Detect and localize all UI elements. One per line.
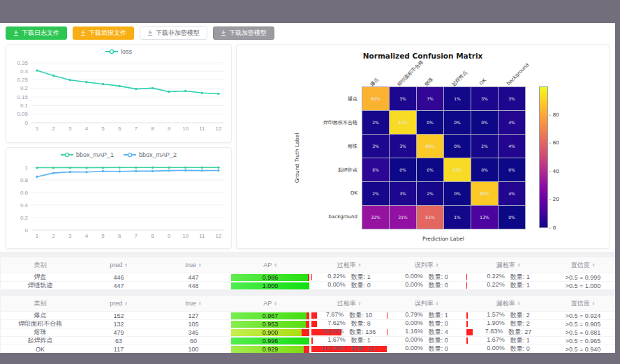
column-header-label: 漏检率 (496, 261, 515, 270)
rate-cell: 7.62%数量: 8 (311, 320, 387, 328)
matrix-cell: 83% (362, 87, 389, 110)
column-header[interactable]: 漏检率▲▼ (466, 296, 550, 311)
confidence-cell: >0.5 = 0.965 (550, 337, 615, 344)
rate-cell: 0.00%数量: 0 (387, 282, 466, 289)
rate-count: 数量: 1 (351, 337, 371, 344)
sort-icon[interactable]: ▲▼ (517, 301, 521, 305)
rate-pct: 0.00% (487, 345, 505, 353)
legend-item-bbox_mAP_1[interactable]: bbox_mAP_1 (61, 151, 114, 158)
confusion-matrix-figure: Normalized Confusion Matrix 83%3%7%1%3%3… (237, 45, 609, 248)
pred-cell: 479 (80, 328, 158, 336)
column-header-label: 过检率 (337, 299, 356, 308)
matrix-cell: 2% (471, 135, 498, 158)
matrix-col-label: background (505, 62, 530, 86)
matrix-cell: 0% (471, 111, 498, 134)
column-header[interactable]: true▲▼ (158, 257, 229, 273)
column-header[interactable]: 置信度▲▼ (550, 296, 615, 311)
true-cell: 447 (158, 273, 229, 281)
svg-text:0.4: 0.4 (20, 202, 29, 208)
sort-icon[interactable]: ▲▼ (274, 263, 277, 267)
column-header[interactable]: true▲▼ (158, 296, 229, 311)
column-header[interactable]: AP▲▼ (229, 296, 311, 311)
download-button-2[interactable]: 下载简报文件 (73, 26, 134, 40)
column-header[interactable]: 误判率▲▼ (387, 296, 466, 311)
table-header-row: 类别 pred▲▼ true▲▼ AP▲▼ 过检率▲▼ 误判率▲▼ 漏检率▲▼ … (1, 257, 614, 273)
download-button-4[interactable]: 下载加密模型 (213, 26, 274, 40)
svg-text:7: 7 (135, 126, 138, 132)
sort-icon[interactable]: ▲▼ (592, 301, 596, 305)
svg-text:0: 0 (25, 227, 29, 234)
rate-cell: 0.79%数量: 1 (387, 312, 466, 319)
rate-bar (466, 329, 473, 335)
sort-icon[interactable]: ▲▼ (436, 263, 439, 267)
legend-marker-icon (105, 49, 118, 54)
true-cell: 448 (158, 282, 229, 289)
column-header[interactable]: 置信度▲▼ (550, 257, 615, 273)
colorbar-tick: 20 (549, 197, 559, 202)
rate-count: 数量: 8 (351, 320, 371, 328)
rate-count: 数量: 1 (510, 273, 530, 281)
matrix-row-label: 焊印面积不合格 (296, 119, 357, 126)
legend-item-loss[interactable]: loss (105, 48, 132, 55)
svg-text:6: 6 (118, 233, 121, 239)
sort-icon[interactable]: ▲▼ (358, 301, 362, 305)
download-button-1[interactable]: 下载日志文件 (6, 26, 67, 40)
sort-icon[interactable]: ▲▼ (436, 301, 439, 305)
download-button-3[interactable]: 下载非加密模型 (140, 26, 207, 40)
true-cell: 345 (158, 328, 229, 336)
download-toolbar: 下载日志文件下载简报文件下载非加密模型下载加密模型 (0, 23, 615, 43)
sort-icon[interactable]: ▲▼ (517, 263, 521, 267)
matrix-cell: 61% (417, 206, 443, 229)
matrix-cell: 0% (444, 135, 471, 158)
svg-text:11: 11 (199, 126, 205, 132)
sort-icon[interactable]: ▲▼ (198, 263, 202, 267)
svg-text:6: 6 (118, 126, 121, 132)
column-header[interactable]: 过检率▲▼ (311, 296, 387, 311)
map-chart-legend: bbox_mAP_1 bbox_mAP_2 (6, 151, 231, 158)
matrix-cell: 31% (390, 206, 416, 229)
rate-pct: 0.00% (405, 282, 423, 289)
rate-count: 数量: 2 (510, 320, 530, 328)
matrix-cell: 4% (499, 111, 525, 134)
matrix-xaxis-label: Prediction Label (362, 236, 525, 242)
sort-icon[interactable]: ▲▼ (274, 301, 277, 305)
matrix-cell: 0% (499, 206, 525, 229)
class-name-cell: 爆点 (1, 312, 80, 319)
sort-icon[interactable]: ▲▼ (592, 263, 596, 267)
column-header-label: 类别 (34, 261, 47, 270)
sort-icon[interactable]: ▲▼ (124, 301, 128, 305)
column-header-label: AP (263, 300, 272, 307)
matrix-cell: 7% (417, 87, 443, 110)
rate-pct: 0.00% (405, 345, 423, 353)
matrix-cell: 0% (417, 111, 443, 134)
rate-count: 数量: 0 (510, 345, 530, 353)
column-header[interactable]: 误判率▲▼ (387, 257, 466, 273)
column-header[interactable]: 漏检率▲▼ (466, 257, 550, 273)
button-label: 下载简报文件 (89, 29, 126, 38)
svg-text:10: 10 (182, 126, 189, 132)
legend-marker-icon (124, 152, 136, 158)
ap-value: 0.986 (231, 274, 309, 281)
button-label: 下载加密模型 (229, 29, 267, 38)
sort-icon[interactable]: ▲▼ (198, 301, 202, 305)
column-header-label: AP (263, 261, 272, 268)
matrix-cell: 32% (362, 206, 389, 229)
sort-icon[interactable]: ▲▼ (358, 263, 362, 267)
rate-cell: 0.00%数量: 0 (387, 320, 466, 328)
ap-bar: 0.996 (231, 338, 309, 344)
rate-pct: 0.79% (405, 312, 423, 319)
column-header[interactable]: pred▲▼ (80, 257, 158, 273)
pred-cell: 152 (80, 312, 158, 319)
column-header[interactable]: 过检率▲▼ (311, 257, 387, 273)
sort-icon[interactable]: ▲▼ (124, 263, 128, 267)
legend-item-bbox_mAP_2[interactable]: bbox_mAP_2 (124, 151, 177, 158)
matrix-cell: 1% (444, 87, 471, 110)
matrix-cell: 13% (471, 206, 498, 229)
summary-table-1: 类别 pred▲▼ true▲▼ AP▲▼ 过检率▲▼ 误判率▲▼ 漏检率▲▼ … (0, 257, 615, 290)
table-row: 焊印面积不合格 132 105 0.953 7.62%数量: 8 0.00%数量… (1, 319, 614, 328)
svg-text:12: 12 (216, 126, 222, 132)
column-header[interactable]: pred▲▼ (80, 296, 158, 311)
column-header[interactable]: AP▲▼ (229, 257, 311, 273)
matrix-cell: 3% (390, 135, 416, 158)
matrix-cell: 2% (362, 182, 389, 205)
